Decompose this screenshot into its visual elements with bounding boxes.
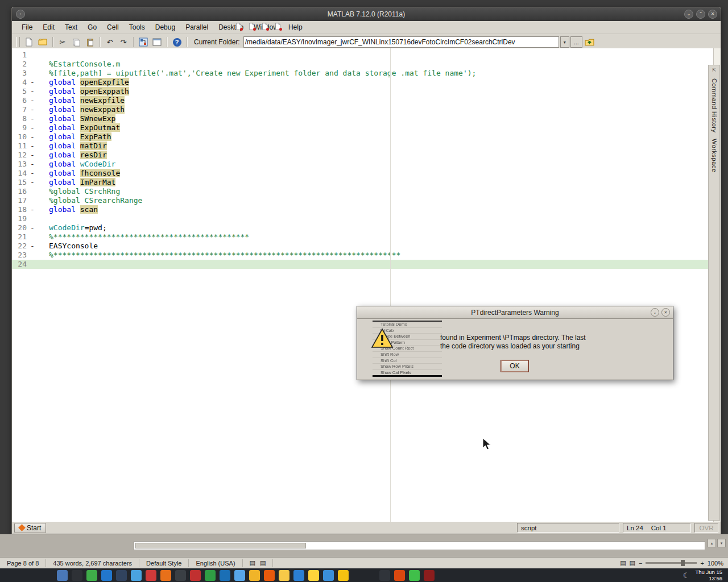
menu-cell[interactable]: Cell (102, 22, 124, 33)
writer-style[interactable]: Default Style (139, 559, 189, 567)
code-line[interactable]: 5-global openExppath (12, 87, 713, 96)
redo-button[interactable]: ↷ (117, 36, 130, 48)
window-menu-button[interactable]: ◦ (16, 10, 25, 19)
code-line[interactable]: 15-global ImParMat (12, 178, 713, 187)
code-line[interactable]: 10-global ExpPath (12, 132, 713, 142)
taskbar-icon-7[interactable] (146, 570, 156, 581)
writer-view-multi-icon[interactable]: ▤ (630, 559, 635, 567)
guide-button[interactable] (151, 36, 163, 48)
toolbar-grip[interactable] (16, 37, 20, 47)
writer-page-info[interactable]: Page 8 of 8 (0, 559, 46, 567)
tab-workspace[interactable]: Workspace (711, 139, 718, 172)
taskbar-icon-16[interactable] (279, 570, 289, 581)
code-line[interactable]: 16%global CSrchRng (12, 187, 713, 196)
taskbar-icon-12[interactable] (220, 570, 230, 581)
help-button[interactable]: ? (171, 36, 183, 48)
code-line[interactable]: 3%[file,path] = uiputfile('.mat','Create… (12, 69, 713, 78)
code-line[interactable]: 8-global SWnewExp (12, 114, 713, 123)
menu-edit[interactable]: Edit (38, 22, 60, 33)
undo-button[interactable]: ↶ (104, 36, 116, 48)
taskbar-icon-18[interactable] (308, 570, 319, 581)
new-file-button[interactable] (23, 36, 35, 48)
taskbar-icon-24[interactable] (424, 570, 435, 581)
step-button[interactable] (258, 20, 271, 33)
night-mode-tray-icon[interactable]: ☾ (683, 572, 690, 579)
code-line[interactable]: 13-global wCodeDir (12, 160, 713, 169)
clock[interactable]: Thu Jun 15 13:56 (695, 569, 722, 581)
writer-selection-mode-icon[interactable]: ▤ (250, 559, 255, 567)
code-line[interactable]: 19 (12, 214, 713, 223)
taskbar-icon-4[interactable] (101, 570, 112, 581)
ok-button[interactable]: OK (500, 360, 529, 372)
shade-button[interactable]: ⌄ (684, 10, 693, 19)
code-line[interactable]: 1 (12, 51, 713, 60)
paste-button[interactable] (84, 36, 96, 48)
writer-language[interactable]: English (USA) (189, 559, 242, 567)
taskbar-icon-20[interactable] (338, 570, 349, 581)
set-breakpoint-button[interactable] (232, 20, 245, 33)
writer-save-state-icon[interactable]: ▤ (260, 559, 266, 567)
taskbar-icon-15[interactable] (264, 570, 275, 581)
menu-help[interactable]: Help (283, 22, 308, 33)
code-line[interactable]: 7-global newExppath (12, 105, 713, 114)
taskbar-icon-21[interactable] (379, 570, 390, 581)
taskbar-icon-8[interactable] (160, 570, 171, 581)
code-line[interactable]: 22-EASYconsole (12, 242, 713, 251)
zoom-in-icon[interactable]: + (700, 560, 704, 567)
code-line[interactable]: 6-global newExpfile (12, 96, 713, 105)
writer-scroll-down-icon[interactable]: ▾ (717, 539, 726, 547)
step-in-button[interactable] (271, 20, 284, 33)
taskbar-icon-23[interactable] (409, 570, 420, 581)
cut-button[interactable]: ✂ (56, 36, 69, 48)
code-line[interactable]: 17%global CSrearchRange (12, 196, 713, 205)
start-button[interactable]: Start (14, 523, 46, 533)
zoom-slider[interactable] (646, 562, 697, 564)
code-line[interactable]: 4-global openExpfile (12, 78, 713, 87)
code-line[interactable]: 18-global scan (12, 205, 713, 214)
dialog-titlebar[interactable]: PTdirectParameters Warning ⌄ ✕ (357, 306, 673, 319)
code-line[interactable]: 12-global resDir (12, 151, 713, 160)
taskbar-icon-3[interactable] (86, 570, 97, 581)
code-line[interactable]: 2%EstartConsole.m (12, 60, 713, 69)
close-button[interactable]: ✕ (708, 10, 717, 19)
writer-word-count[interactable]: 435 words, 2,697 characters (46, 559, 139, 567)
taskbar-icon-14[interactable] (249, 570, 260, 581)
taskbar-icon-17[interactable] (293, 570, 304, 581)
clear-breakpoints-button[interactable] (245, 20, 258, 33)
taskbar-icon-10[interactable] (190, 570, 201, 581)
simulink-button[interactable] (137, 36, 150, 48)
code-line[interactable]: 14-global fhconsole (12, 169, 713, 178)
code-line[interactable]: 23%*************************************… (12, 251, 713, 260)
menu-text[interactable]: Text (60, 22, 82, 33)
writer-view-single-icon[interactable]: ▤ (620, 559, 626, 567)
menu-file[interactable]: File (16, 22, 38, 33)
dialog-shade-button[interactable]: ⌄ (651, 308, 659, 317)
code-line[interactable]: 24 (12, 260, 713, 269)
copy-button[interactable] (70, 36, 82, 48)
menu-go[interactable]: Go (82, 22, 102, 33)
taskbar-icon-9[interactable] (175, 570, 186, 581)
menu-debug[interactable]: Debug (150, 22, 180, 33)
taskbar-icon-22[interactable] (394, 570, 405, 581)
taskbar-icon-1[interactable] (57, 570, 68, 581)
tab-command-history[interactable]: Command History (711, 78, 718, 133)
code-editor[interactable]: 12%EstartConsole.m3%[file,path] = uiputf… (12, 48, 713, 533)
up-folder-button[interactable] (584, 36, 596, 48)
code-line[interactable]: 9-global ExpOutmat (12, 123, 713, 132)
dock-icon[interactable]: ⇱ (712, 68, 716, 73)
current-folder-input[interactable]: /media/data/EASY/InovImager_jwrCF_WINLin… (243, 36, 559, 48)
taskbar-icon-13[interactable] (234, 570, 245, 581)
zoom-level[interactable]: 100% (708, 560, 723, 567)
taskbar-icon-5[interactable] (116, 570, 127, 581)
current-folder-dropdown-icon[interactable]: ▾ (560, 36, 569, 48)
code-line[interactable]: 21%*************************************… (12, 232, 713, 242)
maximize-button[interactable]: ⌃ (696, 10, 705, 19)
menu-tools[interactable]: Tools (124, 22, 150, 33)
dialog-close-button[interactable]: ✕ (661, 308, 670, 317)
taskbar-icon-19[interactable] (323, 570, 334, 581)
writer-scrollbar-h[interactable] (134, 541, 705, 550)
writer-scroll-up-icon[interactable]: ▴ (708, 539, 716, 547)
taskbar-icon-11[interactable] (205, 570, 216, 581)
zoom-out-icon[interactable]: − (639, 560, 642, 567)
window-titlebar[interactable]: ◦ MATLAB 7.12.0 (R2011a) ⌄ ⌃ ✕ (12, 7, 721, 21)
